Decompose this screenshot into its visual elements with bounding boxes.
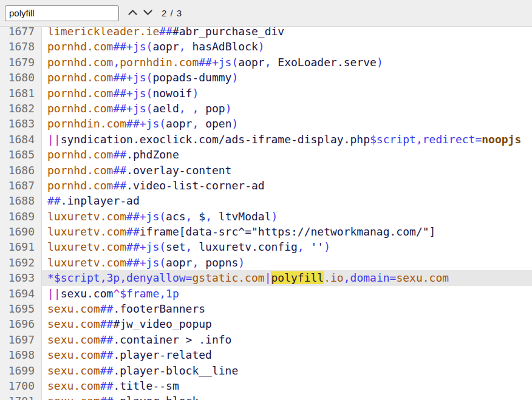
code-token: pornhd.com	[47, 148, 113, 161]
code-line[interactable]: 1692luxuretv.com##+js(aopr, popns)	[0, 255, 532, 270]
line-number: 1679	[0, 55, 42, 70]
find-bar: 2 / 3	[0, 0, 532, 27]
code-line[interactable]: 1697sexu.com##.container > .info	[0, 332, 532, 347]
line-number: 1681	[0, 86, 42, 101]
code-token: gstatic.com	[192, 271, 264, 284]
code-line[interactable]: 1695sexu.com##.footerBanners	[0, 301, 532, 316]
code-token: noopjs	[482, 133, 521, 146]
code-token: syndication.exoclick.com/ads-iframe-disp…	[61, 133, 370, 146]
line-number: 1685	[0, 147, 42, 162]
code-line[interactable]: 1686pornhd.com##.overlay-content	[0, 163, 532, 178]
code-token: ,	[192, 117, 205, 130]
code-token: pornhd.com	[47, 179, 113, 192]
code-token: sexu.com	[47, 302, 100, 315]
chevron-down-icon	[143, 8, 153, 18]
code-lines: 1677limerickleader.ie###abr_purchase_div…	[0, 27, 532, 400]
code-line[interactable]: 1701sexu.com##.player-block	[0, 393, 532, 400]
code-token: ##	[100, 348, 114, 361]
code-line[interactable]: 1687pornhd.com##.video-list-corner-ad	[0, 178, 532, 193]
code-token: luxuretv.com	[47, 225, 126, 238]
code-line[interactable]: 1679pornhd.com,pornhdin.com##+js(aopr, E…	[0, 55, 532, 70]
code-token: .video-list-corner-ad	[126, 179, 265, 192]
code-token: sexu.com	[47, 333, 100, 346]
code-token: aopr	[166, 256, 192, 269]
code-editor[interactable]: 1677limerickleader.ie###abr_purchase_div…	[0, 27, 532, 400]
code-token: open	[205, 117, 231, 130]
code-text: pornhd.com##+js(popads-dummy)	[42, 70, 532, 85]
code-text: pornhd.com##+js(aeld, , pop)	[42, 101, 532, 116]
code-token: .inplayer-ad	[61, 194, 140, 207]
code-token: .title--sm	[113, 379, 179, 392]
code-token: luxuretv.com	[47, 256, 126, 269]
code-token: )	[192, 87, 199, 100]
code-token: ||	[47, 133, 61, 146]
code-line[interactable]: 1689luxuretv.com##+js(acs, $, ltvModal)	[0, 209, 532, 224]
line-number: 1677	[0, 27, 42, 39]
code-line[interactable]: 1688##.inplayer-ad	[0, 193, 532, 208]
code-token: $frame,1p	[120, 287, 179, 300]
code-line[interactable]: 1691luxuretv.com##+js(set, luxuretv.conf…	[0, 239, 532, 254]
code-text: pornhd.com##.video-list-corner-ad	[42, 178, 532, 193]
code-token: hasAdBlock	[192, 40, 257, 53]
code-line[interactable]: 1699sexu.com##.player-block__line	[0, 363, 532, 378]
line-number: 1698	[0, 347, 42, 362]
code-line[interactable]: 1698sexu.com##.player-related	[0, 347, 532, 362]
line-number: 1693	[0, 270, 42, 285]
line-number: 1694	[0, 286, 42, 301]
code-token: pornhd.com	[47, 102, 113, 115]
code-token: popns	[205, 256, 238, 269]
code-token: )	[258, 40, 265, 53]
code-line[interactable]: 1684||syndication.exoclick.com/ads-ifram…	[0, 132, 532, 147]
code-text: *$script,3p,denyallow=gstatic.com|polyfi…	[42, 270, 532, 285]
code-line[interactable]: 1678pornhd.com##+js(aopr, hasAdBlock)	[0, 39, 532, 54]
code-line[interactable]: 1693*$script,3p,denyallow=gstatic.com|po…	[0, 270, 532, 285]
code-token: ,domain=	[344, 271, 397, 284]
code-token: ##	[47, 194, 61, 207]
code-token: .overlay-content	[126, 164, 231, 177]
code-text: luxuretv.com##iframe[data-src^="https://…	[42, 224, 532, 239]
code-token: , ,	[179, 102, 205, 115]
code-text: ||syndication.exoclick.com/ads-iframe-di…	[42, 132, 532, 147]
code-token: ##	[100, 364, 114, 377]
code-token: ,	[298, 240, 311, 253]
code-token: .player-block__line	[113, 364, 238, 377]
code-token: )	[324, 240, 330, 253]
code-token: )	[377, 56, 383, 69]
code-line[interactable]: 1677limerickleader.ie###abr_purchase_div	[0, 27, 532, 39]
code-line[interactable]: 1696sexu.com###jw_video_popup	[0, 316, 532, 331]
code-token: pornhdin.com	[120, 56, 199, 69]
code-text: ||sexu.com^$frame,1p	[42, 286, 532, 301]
code-token: *$script,3p,denyallow=	[47, 271, 192, 284]
code-token: nowoif	[152, 87, 192, 100]
code-token: ,	[265, 56, 278, 69]
line-number: 1689	[0, 209, 42, 224]
code-token: $script,redirect=	[370, 133, 482, 146]
find-previous-button[interactable]	[125, 7, 140, 19]
code-token: sexu.com	[61, 287, 114, 300]
code-text: sexu.com##.footerBanners	[42, 301, 532, 316]
code-line[interactable]: 1694||sexu.com^$frame,1p	[0, 286, 532, 301]
find-next-button[interactable]	[140, 7, 155, 19]
code-token: aopr	[152, 40, 179, 53]
code-token: .player-block	[113, 395, 199, 400]
code-line[interactable]: 1682pornhd.com##+js(aeld, , pop)	[0, 101, 532, 116]
code-token: pornhd.com	[47, 164, 113, 177]
line-number: 1688	[0, 193, 42, 208]
code-token: ##	[126, 225, 140, 238]
code-text: ##.inplayer-ad	[42, 193, 532, 208]
code-token: ,	[179, 40, 193, 53]
code-line[interactable]: 1700sexu.com##.title--sm	[0, 378, 532, 393]
code-line[interactable]: 1680pornhd.com##+js(popads-dummy)	[0, 70, 532, 85]
code-line[interactable]: 1681pornhd.com##+js(nowoif)	[0, 86, 532, 101]
code-token: sexu.com	[47, 395, 100, 400]
code-token: ||	[47, 287, 61, 300]
code-token: ##+js(	[126, 117, 166, 130]
code-token: luxuretv.com	[47, 210, 126, 223]
code-line[interactable]: 1690luxuretv.com##iframe[data-src^="http…	[0, 224, 532, 239]
search-input[interactable]	[5, 5, 119, 21]
code-token: ##	[100, 395, 114, 400]
code-line[interactable]: 1683pornhdin.com##+js(aopr, open)	[0, 116, 532, 131]
code-line[interactable]: 1685pornhd.com##.phdZone	[0, 147, 532, 162]
code-token: popads-dummy	[152, 71, 231, 84]
line-number: 1692	[0, 255, 42, 270]
